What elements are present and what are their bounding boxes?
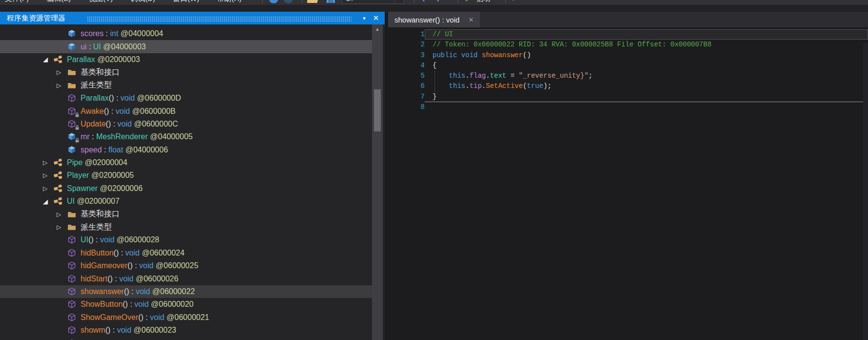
tree-item-text: : [103,29,110,38]
panel-menu-button[interactable]: ▾ [358,15,370,21]
method-icon [67,275,77,283]
code-token: { [433,62,436,69]
tree-item[interactable]: showStart() : void @06000027 [0,337,372,340]
panel-splitter[interactable] [385,12,388,340]
code-token: . [486,72,490,80]
tree-item-text: 派生类型 [81,80,112,90]
tree-item-text: @06000025 [153,261,198,270]
expander-icon[interactable]: ▷ [43,159,54,166]
tree-item[interactable]: speed : float @04000006 [0,144,372,156]
tree-item[interactable]: hidGameover() : void @06000025 [0,259,372,272]
tree-item-text: speed [81,146,102,154]
menu-toolbar-clipped: 文件(F)编辑(E)视图(V)调试(D)窗口(W)帮助(H) ‹ › C# ▾ … [0,0,868,5]
tree-item[interactable]: hidButton() : void @06000024 [0,247,372,259]
expander-icon[interactable]: ▷ [57,224,67,231]
tree-item[interactable]: ▷Player @02000005 [0,169,372,182]
tree-item-text: @0600000B [130,107,176,116]
tree-item[interactable]: ◢UI @02000007 [0,195,372,208]
code-line[interactable]: 8 [388,102,868,112]
chevron-right-button[interactable]: › [436,0,440,4]
code-token: this [449,72,466,80]
code-line-text: } [425,92,868,102]
code-token: "_reverse_unity}" [518,72,588,80]
menu-item[interactable]: 帮助(H) [217,0,242,3]
tree-scrollbar-thumb[interactable] [374,89,381,131]
code-lines: 1// UI2// Token: 0x06000022 RID: 34 RVA:… [388,29,868,112]
tree-item[interactable]: mr : MeshRenderer @04000005 [0,130,372,143]
menu-item[interactable]: 视图(V) [88,0,113,3]
tab-showanswer[interactable]: showanswer() : void ✕ [388,12,480,27]
tree-item[interactable]: Awake() : void @0600000B [0,105,372,117]
tree-item[interactable]: ◢Parallax @02000003 [0,53,372,66]
panel-close-button[interactable]: ✕ [370,14,382,22]
tree-item-text: float [108,146,123,154]
menu-item[interactable]: 窗口(W) [173,0,199,3]
code-line[interactable]: 6 this.tip.SetActive(true); [388,81,868,91]
tree-item[interactable]: ▷基类和接口 [0,208,372,220]
code-line[interactable]: 3public void showanswer() [388,50,868,61]
open-file-button[interactable] [307,0,319,5]
expander-icon[interactable]: ▷ [57,82,67,89]
nav-forward-icon: › [287,0,289,2]
code-line[interactable]: 7} [388,92,868,102]
nav-forward-button[interactable]: › [284,0,293,3]
language-select-value: C# [346,0,354,2]
start-debug-icon[interactable] [466,0,471,1]
nav-back-button[interactable]: ‹ [269,0,278,3]
tree-item[interactable]: Parallax() : void @0600000D [0,92,372,105]
tree-item[interactable]: Update() : void @0600000C [0,118,372,130]
code-line-text: this.flag.text = "_reverse_unity}"; [425,71,868,81]
panel-header-grip [87,16,351,21]
tree-item[interactable]: ▷派生类型 [0,221,372,234]
expander-icon[interactable]: ▷ [43,172,54,179]
chevron-left-button[interactable]: ‹ [422,0,425,4]
tree-item-text: void [139,261,153,270]
menu-item[interactable]: 文件(F) [5,0,29,3]
tree-item[interactable]: ▷基类和接口 [0,66,372,79]
method-icon [67,326,77,335]
tree-item[interactable]: showanswer() : void @06000022 [0,285,372,298]
tree-item[interactable]: UI() : void @06000028 [0,234,372,246]
save-button[interactable] [326,0,335,5]
expander-icon[interactable]: ▷ [57,69,67,76]
editor-scrollbar[interactable] [863,43,868,340]
code-editor[interactable]: 1// UI2// Token: 0x06000022 RID: 34 RVA:… [388,27,868,340]
expander-icon[interactable]: ▷ [57,211,67,218]
menu-item[interactable]: 调试(D) [130,0,155,3]
language-select[interactable]: C# ▾ [342,0,404,4]
expander-icon[interactable]: ◢ [43,56,54,63]
tree-item[interactable]: ShowButton() : void @06000020 [0,298,372,311]
tree-item[interactable]: ▷派生类型 [0,79,372,92]
code-line[interactable]: 2// Token: 0x06000022 RID: 34 RVA: 0x000… [388,40,868,50]
tree-item[interactable]: ▷Pipe @02000004 [0,156,372,169]
tree-item-text: void [100,235,114,244]
code-line[interactable]: 4{ [388,61,868,71]
tree-item[interactable]: hidStart() : void @06000026 [0,272,372,285]
tree-item-text: ShowGameOver [81,313,138,322]
tree-item-text: 基类和接口 [81,67,120,78]
tree-scrollbar[interactable]: ▲ [372,24,383,340]
tree-item-text: hidStart [81,275,107,283]
menu-item[interactable]: 编辑(E) [46,0,71,3]
tab-close-icon[interactable]: ✕ [468,16,474,23]
code-token: = [506,72,518,80]
scroll-up-arrow-icon[interactable]: ▲ [372,24,383,34]
tree-item[interactable]: showm() : void @06000023 [0,324,372,337]
tree-item-text: void [116,107,130,116]
line-number: 4 [388,61,425,71]
code-line[interactable]: 1// UI [388,29,868,40]
tree-item-text: Parallax [67,55,95,64]
code-token: void [461,51,478,59]
start-debug-button[interactable]: 启动 [476,0,490,3]
arrow-button[interactable]: ➔ [510,0,520,4]
tree-item[interactable]: ▷Spawner @02000006 [0,182,372,195]
tree-item[interactable]: scores : int @04000004 [0,27,372,40]
toolbar-separator [414,0,414,3]
expander-icon[interactable]: ▷ [43,185,54,192]
tree-item[interactable]: ShowGameOver() : void @06000021 [0,311,372,324]
expander-icon[interactable]: ◢ [43,198,54,205]
code-line[interactable]: 5 this.flag.text = "_reverse_unity}"; [388,71,868,81]
tree-item[interactable]: ui : UI @04000003 [0,40,372,53]
code-line-text [425,102,868,112]
tree-item-text: Pipe [67,158,83,167]
